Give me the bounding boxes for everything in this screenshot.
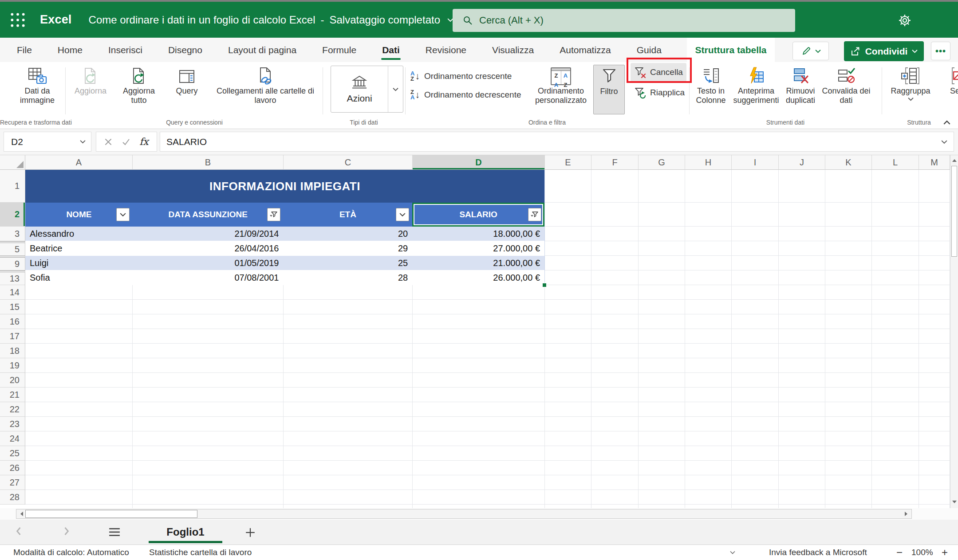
cell-date[interactable]: 21/09/2014	[133, 227, 284, 241]
row-header-27[interactable]: 27	[0, 475, 25, 490]
previous-sheet-button[interactable]	[15, 526, 22, 537]
confirm-entry-icon[interactable]	[122, 138, 130, 146]
collapse-ribbon-button[interactable]	[943, 120, 950, 125]
row-header-21[interactable]: 21	[0, 388, 25, 402]
tab-formule[interactable]: Formule	[321, 38, 357, 62]
cell-name[interactable]: Sofia	[25, 270, 133, 285]
app-name[interactable]: Excel	[40, 13, 72, 27]
zoom-out-button[interactable]: −	[893, 545, 906, 560]
calc-mode-status[interactable]: Modalità di calcolo: Automatico	[13, 545, 129, 560]
column-header-H[interactable]: H	[685, 155, 732, 170]
column-header-F[interactable]: F	[591, 155, 639, 170]
status-options-chevron[interactable]	[730, 551, 735, 554]
row-header-28[interactable]: 28	[0, 490, 25, 505]
row-header-23[interactable]: 23	[0, 417, 25, 431]
header-cell-data-assunzione[interactable]: DATA ASSUNZIONE	[133, 203, 284, 227]
column-header-J[interactable]: J	[779, 155, 825, 170]
collegamenti-cartelle-button[interactable]: Collegamenti alle cartelle di lavoro	[208, 65, 323, 116]
separa-button-truncated[interactable]: Sep	[937, 65, 958, 116]
sort-ascending-button[interactable]: AZ↓ Ordinamento crescente	[410, 68, 512, 84]
cancel-entry-icon[interactable]	[104, 138, 112, 146]
search-box[interactable]	[453, 9, 795, 32]
scroll-right-arrow[interactable]	[905, 512, 910, 516]
tab-guida[interactable]: Guida	[636, 38, 662, 62]
table-resize-handle[interactable]	[542, 283, 547, 287]
query-button[interactable]: Query	[168, 65, 206, 116]
cell-age[interactable]: 25	[284, 256, 413, 270]
testo-in-colonne-button[interactable]: Testo in Colonne	[690, 65, 731, 116]
column-header-K[interactable]: K	[825, 155, 872, 170]
filter-dropdown-eta[interactable]	[396, 208, 409, 221]
workbook-stats-button[interactable]: Statistiche cartella di lavoro	[149, 545, 252, 560]
column-header-G[interactable]: G	[639, 155, 685, 170]
row-header-13[interactable]: 13	[0, 270, 25, 285]
cell-age[interactable]: 29	[284, 241, 413, 255]
tab-inserisci[interactable]: Inserisci	[107, 38, 143, 62]
formula-input[interactable]: SALARIO	[160, 132, 954, 152]
horizontal-scrollbar[interactable]	[16, 509, 912, 519]
column-header-C[interactable]: C	[284, 155, 413, 170]
scroll-down-arrow[interactable]	[952, 501, 957, 505]
all-sheets-button[interactable]	[108, 527, 121, 537]
column-header-M[interactable]: M	[919, 155, 950, 170]
grid-canvas[interactable]: INFORMAZIONI IMPIEGATI NOME DATA ASSUNZI…	[25, 170, 950, 508]
raggruppa-button[interactable]: Raggruppa	[887, 65, 934, 116]
row-header-1[interactable]: 1	[0, 170, 25, 203]
zoom-in-button[interactable]: +	[938, 545, 951, 560]
cell-name[interactable]: Alessandro	[25, 227, 133, 241]
more-options-button[interactable]: •••	[931, 42, 950, 60]
settings-button[interactable]	[897, 12, 913, 28]
horizontal-scroll-thumb[interactable]	[25, 510, 197, 518]
editing-mode-button[interactable]	[792, 42, 829, 60]
select-all-button[interactable]	[0, 155, 25, 170]
cell-date[interactable]: 26/04/2016	[133, 241, 284, 255]
cancella-filtro-button[interactable]: Cancella	[631, 63, 686, 82]
custom-sort-button[interactable]: ZAAZ Ordinamento personalizzato	[532, 65, 590, 116]
search-input[interactable]	[479, 15, 795, 26]
dati-da-immagine-button[interactable]: Dati da immagine	[9, 65, 66, 116]
row-header-22[interactable]: 22	[0, 402, 25, 417]
row-header-16[interactable]: 16	[0, 314, 25, 329]
row-header-24[interactable]: 24	[0, 431, 25, 446]
row-header-3[interactable]: 3	[0, 227, 25, 241]
filter-applied-data-assunzione[interactable]	[267, 208, 280, 221]
azioni-dropdown[interactable]	[388, 66, 403, 112]
scroll-up-arrow[interactable]	[952, 157, 957, 162]
column-header-A[interactable]: A	[25, 155, 133, 170]
column-header-L[interactable]: L	[872, 155, 919, 170]
tab-struttura-tabella[interactable]: Struttura tabella	[687, 38, 775, 62]
riapplica-filtro-button[interactable]: Riapplica	[631, 83, 688, 102]
rimuovi-duplicati-button[interactable]: Rimuovi duplicati	[781, 65, 820, 116]
insert-function-button[interactable]: fx	[139, 136, 149, 147]
row-header-25[interactable]: 25	[0, 446, 25, 461]
header-cell-eta[interactable]: ETÀ	[284, 203, 413, 227]
tab-home[interactable]: Home	[57, 38, 83, 62]
row-header-9[interactable]: 9	[0, 256, 25, 270]
column-header-I[interactable]: I	[732, 155, 779, 170]
next-sheet-button[interactable]	[63, 526, 70, 537]
row-header-20[interactable]: 20	[0, 373, 25, 388]
app-launcher-button[interactable]	[8, 10, 28, 30]
share-button[interactable]: Condividi	[844, 41, 924, 61]
row-header-5[interactable]: 5	[0, 241, 25, 256]
tab-layout-di-pagina[interactable]: Layout di pagina	[227, 38, 297, 62]
document-title-control[interactable]: Come ordinare i dati in un foglio di cal…	[89, 14, 453, 26]
cell-name[interactable]: Beatrice	[25, 241, 133, 255]
tab-dati-active[interactable]: Dati	[381, 38, 401, 62]
header-cell-salario-selected[interactable]: SALARIO	[412, 203, 544, 227]
filter-dropdown-nome[interactable]	[116, 208, 130, 221]
row-header-26[interactable]: 26	[0, 461, 25, 475]
scroll-left-arrow[interactable]	[18, 512, 23, 516]
cell-name[interactable]: Luigi	[25, 256, 133, 270]
feedback-link[interactable]: Invia feedback a Microsoft	[769, 545, 867, 560]
zoom-level[interactable]: 100%	[911, 545, 933, 560]
header-cell-nome[interactable]: NOME	[25, 203, 133, 227]
vertical-scroll-thumb[interactable]	[951, 166, 957, 257]
add-sheet-button[interactable]	[245, 527, 256, 538]
row-header-14[interactable]: 14	[0, 285, 25, 300]
cell-age[interactable]: 20	[284, 227, 413, 241]
name-box[interactable]: D2	[4, 132, 91, 152]
cell-salary[interactable]: 21.000,00 €	[412, 256, 544, 270]
cell-date[interactable]: 01/05/2019	[133, 256, 284, 270]
cell-salary[interactable]: 27.000,00 €	[412, 241, 544, 255]
